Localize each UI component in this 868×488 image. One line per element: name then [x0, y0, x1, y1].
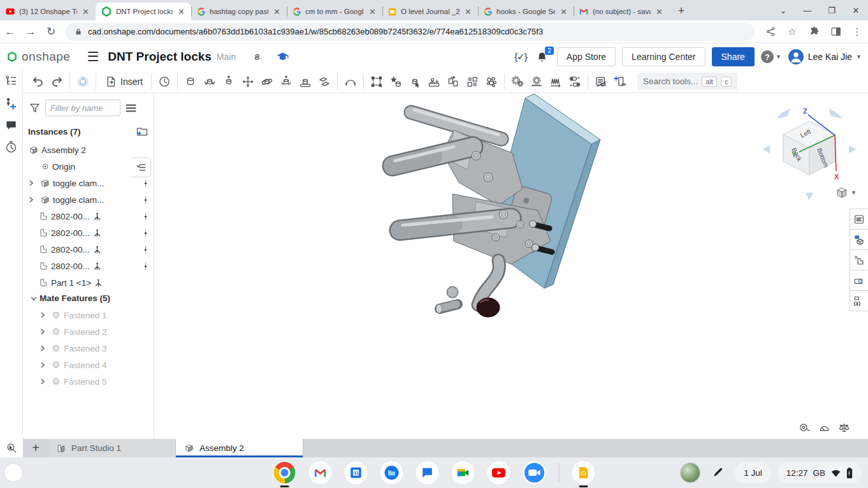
panel-flyout-handle[interactable] — [131, 158, 151, 177]
shelf-app-chrome[interactable] — [273, 461, 296, 484]
forward-button[interactable]: → — [20, 26, 41, 38]
browser-tab[interactable]: DNT Project locks✕ — [96, 3, 191, 20]
revolute-mate-button[interactable] — [200, 72, 219, 91]
tab-close-icon[interactable]: ✕ — [463, 7, 473, 17]
cylindrical-mate-button[interactable] — [277, 72, 296, 91]
mate-feature-item[interactable]: Fastened 3 — [23, 340, 154, 357]
ball-mate-button[interactable] — [257, 72, 277, 91]
stylus-tools-button[interactable] — [707, 462, 728, 484]
mate-feature-item[interactable]: Fastened 4 — [23, 357, 154, 373]
gear-relation-button[interactable] — [508, 72, 527, 91]
belt-relation-button[interactable] — [565, 72, 584, 91]
mate-connector-button[interactable] — [367, 72, 386, 91]
redo-button[interactable] — [47, 72, 66, 91]
tree-item[interactable]: 2802-00... — [23, 241, 154, 258]
history-icon[interactable] — [4, 140, 18, 154]
item-options-icon[interactable] — [141, 261, 150, 272]
variables-panel-button[interactable] — [850, 290, 868, 311]
tab-close-icon[interactable]: ✕ — [655, 7, 664, 17]
screw-relation-button[interactable] — [546, 72, 565, 91]
shelf-app-files[interactable] — [380, 461, 403, 484]
bookmark-star-icon[interactable]: ☆ — [781, 26, 803, 38]
shelf-app-slides[interactable] — [572, 461, 595, 484]
share-button[interactable]: Share — [712, 47, 755, 66]
search-tools[interactable]: Search tools... altc — [637, 73, 737, 90]
chevron-right-icon[interactable] — [25, 195, 37, 204]
favorite-mates-button[interactable] — [386, 72, 405, 91]
user-menu[interactable]: Lee Kai Jie ▼ — [788, 48, 862, 65]
tree-item[interactable]: Part 1 <1> — [23, 274, 154, 291]
tree-item[interactable]: Assembly 2 — [23, 142, 154, 158]
tab-close-icon[interactable]: ✕ — [177, 7, 186, 17]
undo-button[interactable] — [28, 72, 47, 91]
feature-list-panel-button[interactable] — [850, 209, 868, 230]
item-options-icon[interactable] — [141, 178, 150, 189]
browser-tab[interactable]: cm to mm - Googl✕ — [287, 3, 382, 20]
shelf-app-zoom[interactable] — [523, 461, 546, 484]
configurations-panel-button[interactable] — [850, 229, 868, 250]
comments-icon[interactable] — [5, 119, 17, 131]
replicate-button[interactable] — [444, 72, 463, 91]
tangent-mate-button[interactable] — [341, 72, 360, 91]
minimize-button[interactable]: — — [795, 6, 820, 15]
workspace-branch[interactable]: Main — [217, 52, 236, 62]
address-bar[interactable]: cad.onshape.com/documents/a6b0763dd1b610… — [65, 23, 755, 41]
notifications-bell[interactable]: 2 — [533, 51, 551, 63]
browser-tab[interactable]: hooks - Google Se✕ — [478, 3, 574, 20]
exploded-view-button[interactable] — [482, 72, 501, 91]
parallel-mate-button[interactable] — [315, 72, 334, 91]
tab-close-icon[interactable]: ✕ — [559, 7, 568, 17]
mate-button[interactable] — [181, 72, 200, 91]
onshape-logo[interactable]: onshape — [0, 50, 79, 64]
drawing-panel-button[interactable] — [850, 270, 868, 291]
insert-element-button[interactable] — [611, 72, 630, 91]
chevron-right-icon[interactable] — [37, 344, 48, 353]
element-tab-part-studio-1[interactable]: Part Studio 1 — [48, 439, 176, 457]
mass-properties-icon[interactable] — [838, 422, 850, 434]
learning-cap-icon[interactable] — [270, 50, 296, 64]
status-tray[interactable]: 12:27 GB — [778, 462, 862, 484]
shelf-app-meet[interactable] — [452, 461, 475, 484]
mate-feature-item[interactable]: Fastened 2 — [23, 323, 154, 340]
mate-feature-item[interactable]: Fastened 1 — [23, 307, 154, 323]
back-button[interactable]: ← — [0, 26, 20, 38]
shelf-app-calendar[interactable]: 31 — [345, 461, 368, 484]
graphics-viewport[interactable]: Left Back Bottom Z Y X ▼ — [154, 93, 868, 439]
tab-close-icon[interactable]: ✕ — [81, 7, 90, 17]
mate-features-row[interactable]: Mate Features (5) — [23, 291, 154, 307]
sync-button[interactable] — [73, 72, 92, 91]
tab-close-icon[interactable]: ✕ — [368, 7, 377, 17]
shelf-app-messages[interactable] — [416, 461, 439, 484]
insert-button[interactable]: Insert — [99, 72, 148, 91]
filter-icon[interactable] — [28, 101, 41, 115]
chevron-right-icon[interactable] — [37, 377, 48, 386]
shelf-app-gmail[interactable] — [309, 461, 332, 484]
item-options-icon[interactable] — [141, 211, 150, 222]
tab-close-icon[interactable]: ✕ — [272, 7, 282, 17]
browser-menu-icon[interactable]: ⋮ — [846, 26, 868, 38]
select-parts-button[interactable] — [405, 72, 424, 91]
chevron-right-icon[interactable] — [37, 327, 48, 336]
reload-button[interactable]: ↻ — [41, 25, 61, 38]
help-menu[interactable]: ?▼ — [761, 50, 781, 63]
shelf-app-youtube[interactable] — [488, 461, 510, 484]
display-states-button[interactable] — [591, 72, 611, 91]
app-store-button[interactable]: App Store — [557, 47, 616, 66]
protractor-icon[interactable] — [818, 422, 830, 434]
tree-item[interactable]: toggle clam... — [23, 191, 154, 208]
browser-tab[interactable]: O level Journal _2(✕ — [382, 3, 478, 20]
planar-mate-button[interactable] — [238, 72, 257, 91]
chevron-right-icon[interactable] — [37, 360, 48, 369]
tree-item[interactable]: 2802-00... — [23, 208, 154, 225]
close-window-button[interactable]: ✕ — [844, 6, 868, 15]
tape-measure-icon[interactable] — [799, 422, 811, 434]
linear-pattern-button[interactable] — [463, 72, 482, 91]
extensions-icon[interactable] — [803, 26, 825, 37]
share-link-icon[interactable] — [245, 51, 270, 63]
shelf-avatar[interactable] — [680, 462, 700, 483]
rack-relation-button[interactable] — [527, 72, 546, 91]
tree-item[interactable]: 2802-00... — [23, 225, 154, 241]
element-tab-assembly-2[interactable]: Assembly 2 — [176, 439, 303, 457]
launcher-button[interactable] — [4, 463, 23, 482]
edit-in-context-button[interactable] — [424, 72, 444, 91]
